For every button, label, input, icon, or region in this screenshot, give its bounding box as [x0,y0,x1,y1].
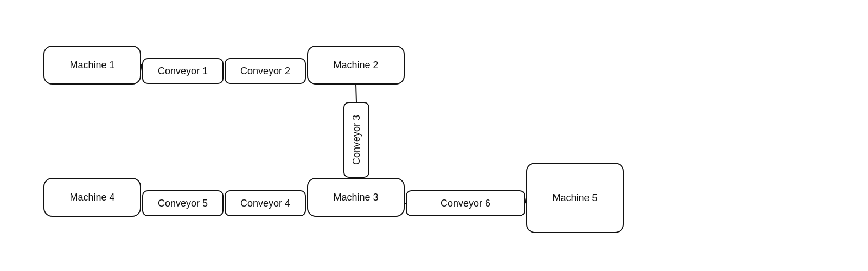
svg-line-5 [356,85,356,102]
machine4-node[interactable]: Machine 4 [43,178,141,217]
conveyor5-node[interactable]: Conveyor 5 [142,190,224,216]
conveyor1-node[interactable]: Conveyor 1 [142,58,224,84]
machine2-node[interactable]: Machine 2 [307,46,405,85]
conveyor4-node[interactable]: Conveyor 4 [225,190,306,216]
connectors-svg [0,0,868,271]
machine3-node[interactable]: Machine 3 [307,178,405,217]
conveyor6-node[interactable]: Conveyor 6 [406,190,525,216]
diagram-canvas: Machine 1 Conveyor 1 Conveyor 2 Machine … [0,0,868,271]
conveyor3-node[interactable]: Conveyor 3 [343,102,369,178]
machine5-node[interactable]: Machine 5 [526,163,624,233]
conveyor2-node[interactable]: Conveyor 2 [225,58,306,84]
machine1-node[interactable]: Machine 1 [43,46,141,85]
